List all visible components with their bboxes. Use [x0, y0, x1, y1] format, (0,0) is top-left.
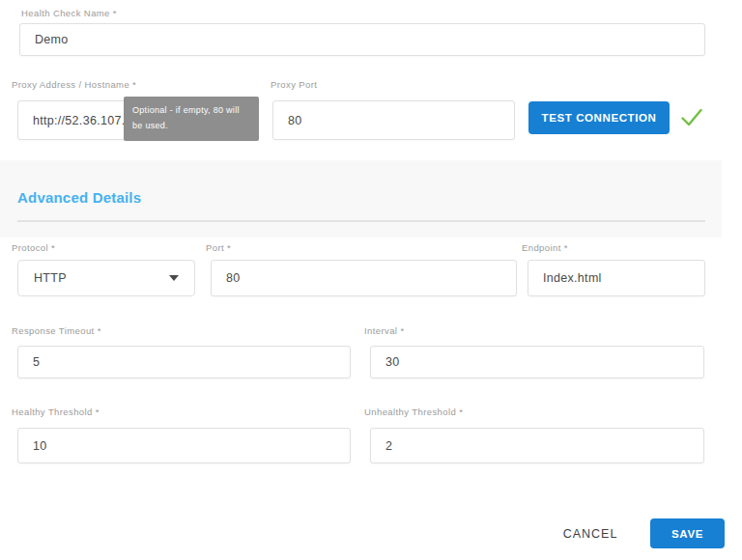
cancel-button[interactable]: CANCEL: [553, 522, 628, 546]
proxy-port-input[interactable]: [272, 100, 515, 140]
response-timeout-input[interactable]: [17, 346, 351, 378]
unhealthy-threshold-input[interactable]: [370, 428, 704, 463]
proxy-port-tooltip: Optional - if empty, 80 will be used.: [124, 97, 259, 141]
chevron-down-icon: [169, 275, 179, 281]
section-divider: [17, 220, 705, 222]
health-check-name-label: Health Check Name *: [21, 8, 117, 18]
unhealthy-threshold-label: Unhealthy Threshold *: [364, 406, 463, 417]
check-icon: [679, 105, 704, 130]
healthy-threshold-input[interactable]: [17, 428, 351, 463]
response-timeout-label: Response Timeout *: [12, 325, 101, 336]
proxy-port-label: Proxy Port: [271, 79, 317, 90]
endpoint-input[interactable]: [528, 260, 705, 296]
protocol-label: Protocol *: [12, 242, 55, 253]
port-label: Port *: [206, 242, 231, 253]
health-check-name-input[interactable]: [19, 23, 705, 56]
save-button[interactable]: SAVE: [650, 518, 725, 548]
test-connection-button[interactable]: TEST CONNECTION: [528, 101, 670, 134]
interval-label: Interval *: [364, 325, 405, 336]
endpoint-label: Endpoint *: [522, 242, 568, 253]
health-check-form: Health Check Name * Proxy Address / Host…: [0, 0, 742, 560]
healthy-threshold-label: Healthy Threshold *: [12, 406, 100, 417]
advanced-details-section: Advanced Details: [0, 160, 722, 238]
port-input[interactable]: [211, 260, 517, 296]
proxy-address-label: Proxy Address / Hostname *: [12, 79, 136, 90]
interval-input[interactable]: [370, 346, 704, 378]
protocol-select[interactable]: HTTP: [17, 260, 195, 296]
protocol-selected-value: HTTP: [34, 271, 67, 285]
advanced-details-heading: Advanced Details: [17, 189, 141, 206]
